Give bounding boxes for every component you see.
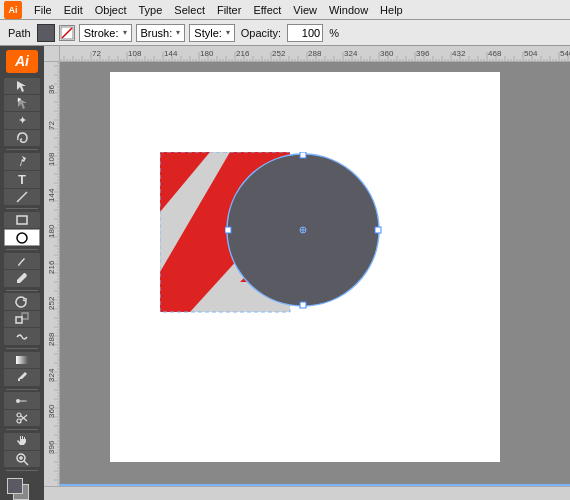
svg-rect-29 — [300, 152, 306, 158]
tool-separator-3 — [6, 249, 38, 250]
svg-rect-5 — [16, 317, 22, 323]
menu-type[interactable]: Type — [133, 2, 169, 18]
svg-rect-32 — [225, 227, 231, 233]
tool-separator-2 — [6, 208, 38, 209]
toolbar: Ai ✦ T — [0, 46, 44, 500]
tool-separator-1 — [6, 149, 38, 150]
svg-rect-30 — [375, 227, 381, 233]
canvas-row — [44, 62, 570, 486]
hand-tool[interactable] — [4, 433, 40, 449]
svg-point-11 — [17, 413, 21, 417]
canvas-area[interactable] — [60, 62, 570, 486]
svg-point-12 — [17, 419, 21, 423]
vertical-ruler — [44, 62, 60, 486]
type-tool[interactable]: T — [4, 171, 40, 188]
rectangle-tool[interactable] — [4, 212, 40, 228]
scissors-tool[interactable] — [4, 410, 40, 426]
fill-color-swatch[interactable] — [7, 478, 23, 494]
ruler-row — [44, 46, 570, 62]
rotate-tool[interactable] — [4, 293, 40, 309]
opacity-unit: % — [327, 27, 341, 39]
horizontal-ruler — [60, 46, 570, 62]
style-dropdown[interactable]: Style: ▾ — [189, 24, 235, 42]
menu-object[interactable]: Object — [89, 2, 133, 18]
selection-tool[interactable] — [4, 78, 40, 94]
menu-effect[interactable]: Effect — [247, 2, 287, 18]
svg-rect-31 — [300, 302, 306, 308]
fill-stroke-swatches — [5, 476, 39, 500]
style-arrow: ▾ — [224, 28, 232, 37]
fill-swatch[interactable] — [37, 24, 55, 42]
menu-select[interactable]: Select — [168, 2, 211, 18]
tool-separator-color — [6, 470, 38, 471]
svg-rect-7 — [16, 356, 28, 364]
svg-line-16 — [24, 461, 28, 465]
menu-help[interactable]: Help — [374, 2, 409, 18]
ai-logo: Ai — [6, 50, 38, 73]
direct-selection-tool[interactable] — [4, 95, 40, 111]
tool-separator-7 — [6, 429, 38, 430]
ruler-corner — [44, 46, 60, 62]
menu-bar: Ai File Edit Object Type Select Filter E… — [0, 0, 570, 20]
menu-file[interactable]: File — [28, 2, 58, 18]
control-bar: Path Stroke: ▾ Brush: ▾ Style: ▾ Opacity… — [0, 20, 570, 46]
tool-separator-5 — [6, 348, 38, 349]
opacity-label: Opacity: — [239, 27, 283, 39]
svg-line-2 — [17, 192, 27, 202]
stroke-arrow: ▾ — [121, 28, 129, 37]
menu-view[interactable]: View — [287, 2, 323, 18]
menu-window[interactable]: Window — [323, 2, 374, 18]
tool-separator-6 — [6, 389, 38, 390]
tool-separator-4 — [6, 290, 38, 291]
svg-point-9 — [25, 400, 27, 402]
pen-tool[interactable] — [4, 153, 40, 169]
circle-object[interactable] — [225, 152, 390, 317]
guide-line-h — [60, 484, 570, 486]
svg-rect-6 — [22, 313, 28, 319]
line-segment-tool[interactable] — [4, 189, 40, 205]
stroke-none-icon[interactable] — [59, 25, 75, 41]
artwork-group — [160, 152, 370, 317]
brush-arrow: ▾ — [174, 28, 182, 37]
zoom-tool[interactable] — [4, 451, 40, 467]
opacity-input[interactable] — [287, 24, 323, 42]
blend-tool[interactable] — [4, 392, 40, 408]
pencil-tool[interactable] — [4, 270, 40, 286]
menu-edit[interactable]: Edit — [58, 2, 89, 18]
menu-filter[interactable]: Filter — [211, 2, 247, 18]
svg-point-4 — [17, 233, 27, 243]
lasso-tool[interactable] — [4, 130, 40, 146]
svg-rect-3 — [17, 216, 27, 224]
warp-tool[interactable] — [4, 328, 40, 344]
brush-dropdown[interactable]: Brush: ▾ — [136, 24, 186, 42]
eyedropper-tool[interactable] — [4, 369, 40, 385]
path-label: Path — [6, 27, 33, 39]
magic-wand-tool[interactable]: ✦ — [4, 112, 40, 128]
app-icon: Ai — [4, 1, 22, 19]
stroke-dropdown[interactable]: Stroke: ▾ — [79, 24, 132, 42]
paintbrush-tool[interactable] — [4, 253, 40, 269]
status-bar — [44, 486, 570, 500]
scale-tool[interactable] — [4, 311, 40, 327]
ellipse-tool[interactable] — [4, 229, 40, 245]
main-area: Ai ✦ T — [0, 46, 570, 500]
canvas-wrap — [44, 46, 570, 500]
gradient-tool[interactable] — [4, 352, 40, 368]
svg-point-8 — [16, 399, 20, 403]
